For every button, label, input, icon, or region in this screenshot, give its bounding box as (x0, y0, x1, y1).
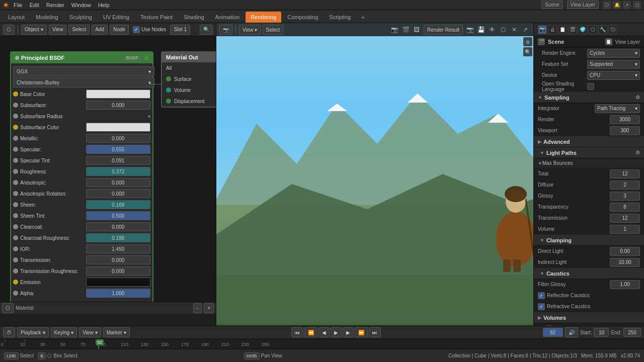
prev-frame-btn[interactable]: ◀ (318, 327, 330, 337)
zoom-out-btn[interactable]: - (193, 303, 202, 313)
editor-type-small-btn[interactable]: ⬡ (2, 303, 14, 313)
caustics-section-header[interactable]: ▼ Caustics (534, 268, 644, 279)
cursor-tool-icon[interactable]: ⊕ (523, 37, 532, 46)
menu-item-file[interactable]: File (10, 0, 26, 10)
anisotropic-input[interactable]: 0.000 (86, 178, 151, 187)
advanced-section-header[interactable]: ▶ Advanced (534, 136, 644, 147)
render-icon[interactable]: 🎬 (400, 25, 411, 35)
anisotropic-rotation-input[interactable]: 0.000 (86, 189, 151, 198)
object-mode-btn[interactable]: Object ▾ (21, 25, 47, 35)
view-layer-selector[interactable]: View Layer (567, 1, 599, 9)
add-workspace-button[interactable]: + (357, 12, 369, 23)
feature-set-dropdown[interactable]: Supported ▾ (587, 60, 640, 69)
indirect-light-input[interactable]: 10.00 (610, 258, 640, 267)
tab-shading[interactable]: Shading (179, 12, 209, 23)
viewport-samples-input[interactable]: 300 (610, 126, 640, 135)
subsurface-color-input[interactable] (86, 123, 151, 132)
clamping-section-header[interactable]: ▼ Clamping (534, 235, 644, 246)
add-btn[interactable]: Add (92, 25, 108, 35)
current-frame-input[interactable]: 92 (543, 328, 563, 337)
header-icon-1[interactable]: ⬡ (603, 1, 611, 9)
filter-glossy-input[interactable]: 1.00 (610, 280, 640, 289)
tab-rendering[interactable]: Rendering (246, 12, 281, 23)
jump-end-btn[interactable]: ⏭ (369, 327, 381, 337)
reflective-caustics-checkbox[interactable]: ✓ (538, 292, 545, 299)
sheen-input[interactable]: 0.168 (86, 200, 151, 209)
osl-checkbox[interactable] (587, 83, 594, 90)
tab-scripting[interactable]: Scripting (324, 12, 356, 23)
vp-close-icon[interactable]: ✕ (509, 25, 519, 35)
menu-item-edit[interactable]: Edit (26, 0, 43, 10)
header-icon-2[interactable]: 🔔 (613, 1, 621, 9)
volumes-section-header[interactable]: ▶ Volumes (534, 312, 644, 323)
direct-light-input[interactable]: 0.00 (610, 247, 640, 256)
timeline-track[interactable]: 0 10 30 50 70 90 110 130 150 170 190 210… (0, 339, 644, 349)
end-frame-input[interactable]: 250 (623, 328, 641, 337)
viewport-view-btn[interactable]: View ▾ (239, 25, 261, 35)
next-keyframe-btn[interactable]: ⏩ (355, 327, 368, 337)
menu-item-help[interactable]: Help (95, 0, 113, 10)
subsurface-method-dropdown[interactable]: Christensen-Burley ▾ (13, 77, 154, 87)
tab-modeling[interactable]: Modeling (31, 12, 63, 23)
sheen-tint-input[interactable]: 0.500 (86, 211, 151, 220)
ior-input[interactable]: 1.450 (86, 244, 151, 253)
keying-btn[interactable]: Keying ▾ (51, 327, 77, 337)
sampling-section-header[interactable]: ▼ Sampling ⚙ (534, 92, 644, 103)
view-layer-props-tab[interactable]: 📋 (558, 25, 567, 34)
integrator-dropdown[interactable]: Path Tracing ▾ (595, 104, 640, 113)
hair-checkbox[interactable] (545, 325, 552, 326)
render-result-btn[interactable]: Render Result (424, 25, 463, 35)
device-dropdown[interactable]: CPU ▾ (587, 71, 640, 80)
object-props-tab[interactable]: ⬡ (588, 25, 597, 34)
tab-animation[interactable]: Animation (210, 12, 245, 23)
glossy-bounces-input[interactable]: 3 (610, 192, 640, 201)
clearcoat-input[interactable]: 0.000 (86, 222, 151, 231)
output-props-tab[interactable]: 🖨 (548, 25, 557, 34)
zoom-btn[interactable]: 🔍 (200, 25, 213, 35)
start-frame-input[interactable]: 10 (594, 328, 609, 337)
use-nodes-toggle[interactable]: ✓ Use Nodes (133, 26, 166, 33)
distribution-dropdown[interactable]: GGX ▾ (13, 66, 154, 76)
clearcoat-roughness-input[interactable]: 0.186 (86, 233, 151, 242)
sampling-settings-icon[interactable]: ⚙ (635, 95, 640, 100)
render-camera-icon[interactable]: 📷 (389, 25, 399, 35)
material-props-tab[interactable]: ⚫ (608, 25, 617, 34)
editor-type-btn[interactable]: ⬡ (3, 25, 15, 35)
marker-btn[interactable]: Marker ▾ (103, 327, 130, 337)
tab-layout[interactable]: Layout (3, 12, 30, 23)
volume-bounces-input[interactable]: 1 (610, 225, 640, 234)
zoom-tool-icon[interactable]: 🔍 (523, 47, 532, 56)
viewport-type-btn[interactable]: 📷 (219, 25, 232, 35)
vp-shading-icon[interactable]: ⬡ (498, 25, 508, 35)
jump-start-btn[interactable]: ⏮ (291, 327, 303, 337)
subsurface-radius-arrow[interactable]: ▾ (148, 114, 150, 119)
render-samples-input[interactable]: 3000 (610, 115, 640, 124)
metallic-input[interactable]: 0.000 (86, 134, 151, 143)
specular-tint-input[interactable]: 0.091 (86, 156, 151, 165)
world-props-tab[interactable]: 🌍 (578, 25, 587, 34)
view-btn[interactable]: View (49, 25, 67, 35)
alpha-input[interactable]: 1.000 (86, 289, 151, 298)
light-paths-section-header[interactable]: ▼ Light Paths ⚙ (534, 147, 644, 158)
view-timeline-btn[interactable]: View ▾ (79, 327, 101, 337)
specular-input[interactable]: 0.555 (86, 145, 151, 154)
play-btn[interactable]: ▶ (331, 327, 342, 337)
base-color-input[interactable] (86, 89, 151, 99)
subsurface-input[interactable]: 0.000 (86, 101, 151, 110)
modifier-props-tab[interactable]: 🔧 (598, 25, 607, 34)
image-icon[interactable]: 🖼 (412, 25, 422, 35)
timeline-type-btn[interactable]: ⏱ (3, 327, 15, 337)
render-props-tab[interactable]: 📷 (538, 25, 547, 34)
vp-arrow-icon[interactable]: ↗ (520, 25, 530, 35)
emission-input[interactable] (86, 278, 151, 287)
tab-texture-paint[interactable]: Texture Paint (135, 12, 178, 23)
slot-selector[interactable]: Slot 1 (170, 25, 190, 35)
select-btn[interactable]: Select (68, 25, 90, 35)
diffuse-bounces-input[interactable]: 2 (610, 180, 640, 190)
header-icon-3[interactable]: ↗ (623, 1, 631, 9)
roughness-input[interactable]: 0.372 (86, 167, 151, 176)
scene-selector[interactable]: Scene (541, 1, 562, 9)
menu-item-render[interactable]: Render (43, 0, 68, 10)
audio-btn[interactable]: 🔊 (565, 327, 578, 337)
refractive-caustics-checkbox[interactable]: ✓ (538, 303, 545, 310)
